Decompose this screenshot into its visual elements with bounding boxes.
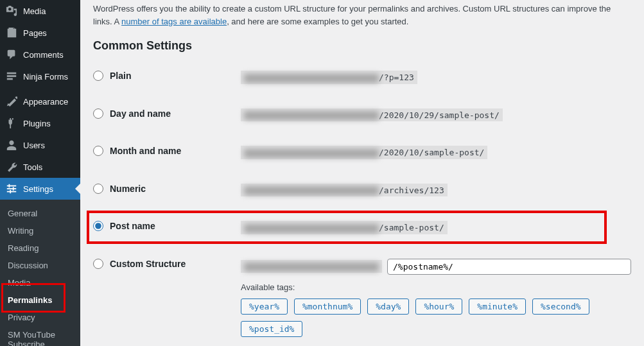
available-tags-label: Available tags: <box>241 282 631 292</box>
submenu-discussion[interactable]: Discussion <box>0 257 80 274</box>
option-custom: Custom Structure Available tags: %year% … <box>93 252 631 343</box>
option-plain: Plain /?p=123 <box>93 64 631 102</box>
sidebar-item-label: Appearance <box>23 97 68 107</box>
tag-year[interactable]: %year% <box>241 298 288 315</box>
sidebar-item-label: Pages <box>23 28 47 38</box>
radio-custom[interactable] <box>93 259 103 269</box>
tag-post-id[interactable]: %post_id% <box>241 321 302 337</box>
section-title: Common Settings <box>93 39 631 53</box>
tag-monthnum[interactable]: %monthnum% <box>294 298 361 315</box>
sidebar-item-comments[interactable]: Comments <box>0 44 80 65</box>
pages-icon <box>5 27 18 39</box>
radio-plain[interactable] <box>93 71 103 81</box>
tag-buttons: %year% %monthnum% %day% %hour% %minute% … <box>241 298 631 337</box>
settings-submenu: General Writing Reading Discussion Media… <box>0 200 80 346</box>
example-url-custom-base <box>241 260 382 273</box>
intro-link[interactable]: number of tags are available <box>121 17 227 26</box>
tag-hour[interactable]: %hour% <box>415 298 462 315</box>
admin-sidebar: Media Pages Comments Ninja Forms Appeara… <box>0 0 80 346</box>
example-url-month-name: /2020/10/sample-post/ <box>241 146 487 159</box>
tag-minute[interactable]: %minute% <box>469 298 526 315</box>
radio-month-name[interactable] <box>93 146 103 156</box>
sidebar-item-appearance[interactable]: Appearance <box>0 91 80 112</box>
sidebar-item-pages[interactable]: Pages <box>0 22 80 44</box>
sidebar-item-label: Media <box>23 6 46 16</box>
submenu-reading[interactable]: Reading <box>0 239 80 257</box>
media-icon <box>5 5 18 17</box>
forms-icon <box>5 71 18 82</box>
submenu-sm-youtube[interactable]: SM YouTube Subscribe <box>0 326 80 346</box>
radio-numeric[interactable] <box>93 184 103 194</box>
submenu-writing[interactable]: Writing <box>0 222 80 239</box>
sidebar-item-settings[interactable]: Settings <box>0 178 80 200</box>
option-month-name: Month and name /2020/10/sample-post/ <box>93 139 631 177</box>
intro-text: WordPress offers you the ability to crea… <box>93 3 631 28</box>
permalinks-highlight-box <box>1 283 65 313</box>
svg-rect-5 <box>7 191 16 193</box>
sidebar-item-users[interactable]: Users <box>0 134 80 156</box>
sidebar-item-media[interactable]: Media <box>0 0 80 22</box>
svg-rect-2 <box>7 78 13 80</box>
radio-post-name[interactable] <box>93 221 103 231</box>
option-day-name: Day and name /2020/10/29/sample-post/ <box>93 102 631 140</box>
sidebar-item-label: Users <box>23 141 45 150</box>
example-url-numeric: /archives/123 <box>241 184 448 197</box>
tools-icon <box>5 161 18 173</box>
option-label: Plain <box>110 71 131 81</box>
custom-structure-input[interactable] <box>387 259 631 275</box>
example-url-day-name: /2020/10/29/sample-post/ <box>241 108 503 122</box>
sidebar-item-label: Comments <box>23 50 64 60</box>
appearance-icon <box>5 96 18 107</box>
option-label: Day and name <box>110 108 171 119</box>
tag-day[interactable]: %day% <box>367 298 409 315</box>
submenu-general[interactable]: General <box>0 205 80 222</box>
sidebar-item-label: Ninja Forms <box>23 72 68 82</box>
option-numeric: Numeric /archives/123 <box>93 177 631 215</box>
radio-day-name[interactable] <box>93 108 103 119</box>
svg-rect-3 <box>7 186 16 187</box>
option-post-name: Post name /sample-post/ <box>93 214 631 252</box>
svg-rect-0 <box>7 73 16 74</box>
svg-rect-7 <box>13 187 14 190</box>
svg-rect-6 <box>9 184 10 187</box>
main-content: WordPress offers you the ability to crea… <box>80 0 644 346</box>
sidebar-item-tools[interactable]: Tools <box>0 156 80 178</box>
sidebar-item-label: Tools <box>23 162 42 172</box>
option-label: Post name <box>110 221 155 231</box>
sidebar-item-label: Settings <box>23 184 53 194</box>
option-label: Month and name <box>110 146 181 156</box>
example-url-post-name: /sample-post/ <box>241 221 448 234</box>
sidebar-item-ninja-forms[interactable]: Ninja Forms <box>0 65 80 87</box>
option-label: Numeric <box>110 184 146 194</box>
example-url-plain: /?p=123 <box>241 71 417 84</box>
svg-rect-8 <box>10 190 11 193</box>
plugins-icon <box>5 117 18 129</box>
sidebar-item-label: Plugins <box>23 119 51 128</box>
svg-rect-4 <box>7 188 16 189</box>
option-label: Custom Structure <box>110 259 186 269</box>
intro-part2: , and here are some examples to get you … <box>227 17 408 26</box>
svg-rect-1 <box>7 75 16 77</box>
sidebar-item-plugins[interactable]: Plugins <box>0 112 80 134</box>
users-icon <box>5 139 18 151</box>
tag-second[interactable]: %second% <box>532 298 589 315</box>
settings-icon <box>5 183 18 195</box>
comments-icon <box>5 49 18 60</box>
